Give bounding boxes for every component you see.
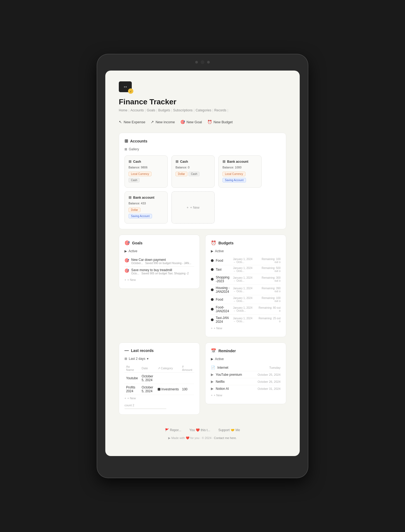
nav-categories[interactable]: Categories xyxy=(195,108,211,112)
nav-sep-4: | xyxy=(171,108,172,112)
reminder-item-3[interactable]: ▶ Notion AI October 31, 2024 xyxy=(211,385,281,392)
record-date-0: October 5, 2024 xyxy=(140,373,156,384)
nav-home[interactable]: Home xyxy=(119,108,127,112)
new-account-label: + New xyxy=(190,206,199,210)
nav-accounts[interactable]: Accounts xyxy=(130,108,144,112)
footer-you[interactable]: You ❤️ this t... xyxy=(189,428,210,432)
account-tag: Dollar xyxy=(129,208,140,212)
records-reminder-row: — Last records ⊞ Last 2 days ▾ Aa Name xyxy=(119,343,286,420)
goal-item-0[interactable]: 🎯 New Car down payment October... Saved … xyxy=(124,256,194,267)
record-row-1[interactable]: Profits 2024 October 5, 2024 Investments… xyxy=(124,384,194,395)
reminder-active-toggle[interactable]: ▶ Active xyxy=(211,357,281,361)
goals-icon: 🎯 xyxy=(124,240,130,245)
account-balance-1: Balance: 0 xyxy=(176,166,211,169)
budget-dot-0 xyxy=(211,259,214,262)
new-budget-label: New Budget xyxy=(214,120,233,124)
records-filter[interactable]: ⊞ Last 2 days ▾ xyxy=(124,357,194,361)
budgets-active-toggle[interactable]: ▶ Active xyxy=(211,249,281,253)
new-income-button[interactable]: ↗ New income xyxy=(151,119,175,125)
account-name-0: Cash xyxy=(133,160,141,164)
account-name-2: Bank account xyxy=(227,160,248,164)
account-tags-1: DollarCash xyxy=(176,171,211,177)
new-income-label: New income xyxy=(156,120,175,124)
reminder-toggle-label: Active xyxy=(215,357,224,361)
budgets-play-icon: ▶ xyxy=(211,249,213,253)
tablet-camera xyxy=(195,60,210,64)
nav-goals[interactable]: Goals xyxy=(147,108,155,112)
reminder-item-2[interactable]: ▶ Netflix October 26, 2024 xyxy=(211,378,281,385)
add-goal-link[interactable]: + + New xyxy=(124,277,194,283)
new-account-card[interactable]: + + New xyxy=(171,191,215,224)
nav-budgets[interactable]: Budgets xyxy=(158,108,170,112)
budget-name-3: Housing - JAN2024 xyxy=(216,286,231,294)
footer-support[interactable]: Support 🤝 Me xyxy=(218,428,240,432)
account-card-2[interactable]: ⊞ Bank account Balance: 1000 Local Curre… xyxy=(218,155,262,188)
reminder-title: Reminder xyxy=(218,349,236,353)
add-budget-link[interactable]: + + New xyxy=(211,325,281,331)
new-goal-label: New Goal xyxy=(187,120,202,124)
add-budget-plus: + xyxy=(211,327,212,330)
goal-item-1[interactable]: 🎯 Save money to buy treadmill Octo... Sa… xyxy=(124,267,194,277)
new-budget-button[interactable]: ⏰ New Budget xyxy=(207,119,233,125)
nav-links: Home | Accounts | Goals | Budgets | Subs… xyxy=(119,108,286,112)
budgets-title: Budgets xyxy=(218,241,234,245)
budget-item-2[interactable]: Shopping -2023 January 1, 2024 → Octo...… xyxy=(211,274,281,285)
records-table: Aa Name Date ↗ Category # Amount Youtube… xyxy=(124,364,194,395)
nav-sep-2: | xyxy=(145,108,146,112)
budget-item-0[interactable]: Food January 1, 2024 → Octo... Remaining… xyxy=(211,256,281,265)
budget-remaining-6: Remaining: 25 out o xyxy=(258,317,281,323)
budgets-header: ⏰ Budgets xyxy=(211,240,281,245)
account-icon-3: ⊞ xyxy=(129,195,131,200)
account-tags-0: Local CurrencyCash xyxy=(129,171,164,184)
record-category-1: Investments xyxy=(156,384,181,395)
account-header-3: ⊞ Bank account xyxy=(129,195,164,200)
reminder-name-3: Notion AI xyxy=(216,387,255,391)
budget-dot-3 xyxy=(211,288,214,291)
goal-name-1: Save money to buy treadmill xyxy=(131,268,189,272)
add-reminder-link[interactable]: + + New xyxy=(211,392,281,398)
budget-item-3[interactable]: Housing - JAN2024 January 1, 2024 → Octo… xyxy=(211,285,281,295)
reminder-section: 📅 Reminder ▶ Active 📄 Internet Tuesday ▶… xyxy=(205,343,286,404)
contact-link[interactable]: Contact me here. xyxy=(214,436,237,440)
goal-detail-0: October... Saved 990 on budget Housing -… xyxy=(131,262,191,265)
records-section: — Last records ⊞ Last 2 days ▾ Aa Name xyxy=(119,343,200,415)
budgets-col: ⏰ Budgets ▶ Active Food January 1, 2024 … xyxy=(205,235,286,343)
footer-report[interactable]: 🚩 Repor... xyxy=(165,428,181,432)
account-card-3[interactable]: ⊞ Bank account Balance: 433 DollarSaving… xyxy=(124,191,168,224)
reminder-icon: 📅 xyxy=(211,348,216,353)
count-bar xyxy=(124,408,166,409)
nav-sep-7: | xyxy=(227,108,228,112)
you-label: You ❤️ this t... xyxy=(189,428,210,432)
add-reminder-plus: + xyxy=(211,394,212,397)
col-amount: # Amount xyxy=(180,364,194,373)
reminder-icon-1: ▶ xyxy=(211,373,214,377)
account-card-1[interactable]: ⊞ Cash Balance: 0 DollarCash xyxy=(171,155,215,188)
budget-dot-6 xyxy=(211,318,214,321)
accounts-section: ⊞ Accounts ⊠ Gallery ⊞ Cash Balance: 980… xyxy=(119,133,286,229)
budget-item-6[interactable]: Taxi-JAN 2024 January 1, 2024 → Octo... … xyxy=(211,315,281,325)
budget-item-4[interactable]: Food January 1, 2024 → Octo... Remaining… xyxy=(211,295,281,304)
nav-records[interactable]: Records xyxy=(214,108,227,112)
add-record-link[interactable]: + + New xyxy=(124,395,194,401)
record-name-0: Youtube xyxy=(124,373,140,384)
new-expense-button[interactable]: ↖ New Expense xyxy=(119,119,145,125)
gallery-toggle[interactable]: ⊠ Gallery xyxy=(124,147,281,151)
reminder-name-0: Internet xyxy=(217,366,267,370)
record-row-0[interactable]: Youtube October 5, 2024 xyxy=(124,373,194,384)
reminder-item-1[interactable]: ▶ YouTube premium October 25, 2024 xyxy=(211,371,281,378)
goals-active-toggle[interactable]: ▶ Active xyxy=(124,249,194,253)
records-count: count 2 xyxy=(124,404,194,407)
account-card-0[interactable]: ⊞ Cash Balance: 9806 Local CurrencyCash xyxy=(124,155,168,188)
nav-subscriptions[interactable]: Subscriptions xyxy=(173,108,193,112)
expense-icon: ↖ xyxy=(119,120,122,124)
reminder-item-0[interactable]: 📄 Internet Tuesday xyxy=(211,364,281,371)
account-header-1: ⊞ Cash xyxy=(176,159,211,164)
reminder-date-3: October 31, 2024 xyxy=(258,387,281,390)
filter-icon: ⊞ xyxy=(124,357,127,361)
new-goal-button[interactable]: 🎯 New Goal xyxy=(180,119,202,125)
account-balance-0: Balance: 9806 xyxy=(129,166,164,169)
budget-item-5[interactable]: Food-JAN2024 January 1, 2024 → Octob... … xyxy=(211,304,281,315)
record-category-0 xyxy=(156,373,181,384)
account-tag: Local Currency xyxy=(129,172,151,176)
budget-item-1[interactable]: Taxi January 1, 2024 → Octo... Remaining… xyxy=(211,265,281,274)
